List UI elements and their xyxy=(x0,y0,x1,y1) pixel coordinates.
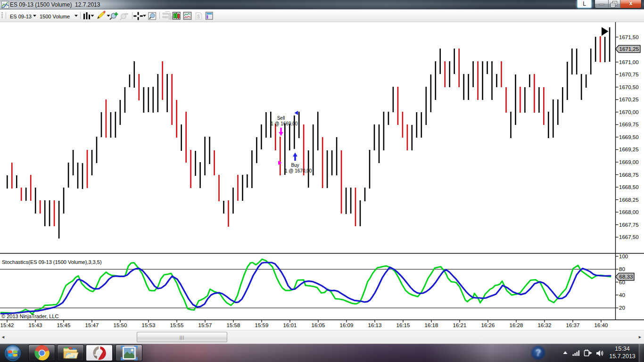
svg-text:1668,00: 1668,00 xyxy=(619,209,639,215)
svg-text:1669,00: 1669,00 xyxy=(619,159,639,165)
svg-text:1 @ 1669,00: 1 @ 1669,00 xyxy=(271,121,298,126)
svg-text:16:09: 16:09 xyxy=(340,322,354,328)
svg-text:1668,50: 1668,50 xyxy=(619,184,639,190)
svg-text:16:13: 16:13 xyxy=(368,322,382,328)
svg-text:15:58: 15:58 xyxy=(227,322,240,328)
svg-text:1668,25: 1668,25 xyxy=(619,197,639,203)
svg-text:68,33: 68,33 xyxy=(619,274,633,280)
svg-text:16:21: 16:21 xyxy=(453,322,467,328)
svg-text:15:42: 15:42 xyxy=(0,322,14,328)
svg-text:15:59: 15:59 xyxy=(255,322,269,328)
svg-text:1671,00: 1671,00 xyxy=(619,59,639,65)
svg-text:15:55: 15:55 xyxy=(170,322,184,328)
svg-text:1669,75: 1669,75 xyxy=(619,122,639,127)
svg-text:16:32: 16:32 xyxy=(538,322,552,328)
svg-text:1 @ 1670,00: 1 @ 1670,00 xyxy=(285,168,312,173)
svg-text:16:28: 16:28 xyxy=(510,322,523,328)
svg-text:© 2013 NinjaTrader, LLC: © 2013 NinjaTrader, LLC xyxy=(1,313,58,319)
svg-text:1669,50: 1669,50 xyxy=(619,134,639,140)
svg-text:40: 40 xyxy=(619,292,625,298)
svg-text:Sell: Sell xyxy=(277,115,285,121)
svg-text:1667,75: 1667,75 xyxy=(619,222,639,228)
svg-text:16:26: 16:26 xyxy=(481,322,495,328)
svg-text:15:50: 15:50 xyxy=(114,322,127,328)
svg-text:1670,25: 1670,25 xyxy=(619,97,639,102)
svg-text:100: 100 xyxy=(619,254,628,259)
svg-text:1669,25: 1669,25 xyxy=(619,147,639,152)
svg-text:1670,75: 1670,75 xyxy=(619,72,639,77)
svg-text:$: $ xyxy=(197,14,200,19)
svg-text:80: 80 xyxy=(619,266,625,272)
svg-text:1670,00: 1670,00 xyxy=(619,109,639,115)
svg-text:Stochastics(ES 09-13 (1500 Vol: Stochastics(ES 09-13 (1500 Volume),3,3,5… xyxy=(2,259,102,265)
svg-text:15:45: 15:45 xyxy=(57,322,71,328)
svg-text:15:47: 15:47 xyxy=(85,322,99,328)
svg-text:1671,50: 1671,50 xyxy=(619,34,639,40)
svg-text:16:15: 16:15 xyxy=(396,322,410,328)
svg-text:16:40: 16:40 xyxy=(594,322,608,328)
svg-text:1668,75: 1668,75 xyxy=(619,172,639,178)
svg-text:16:18: 16:18 xyxy=(425,322,438,328)
svg-text:Buy: Buy xyxy=(291,163,299,168)
svg-text:16:01: 16:01 xyxy=(283,322,297,328)
svg-text:15:53: 15:53 xyxy=(142,322,156,328)
svg-text:20: 20 xyxy=(619,305,625,311)
svg-text:16:05: 16:05 xyxy=(312,322,325,328)
svg-text:1667,50: 1667,50 xyxy=(619,234,639,240)
svg-text:16:37: 16:37 xyxy=(566,322,580,328)
svg-text:1671,25: 1671,25 xyxy=(619,46,639,52)
svg-text:15:43: 15:43 xyxy=(29,322,42,328)
svg-text:1670,50: 1670,50 xyxy=(619,84,639,90)
svg-text:15:57: 15:57 xyxy=(198,322,212,328)
